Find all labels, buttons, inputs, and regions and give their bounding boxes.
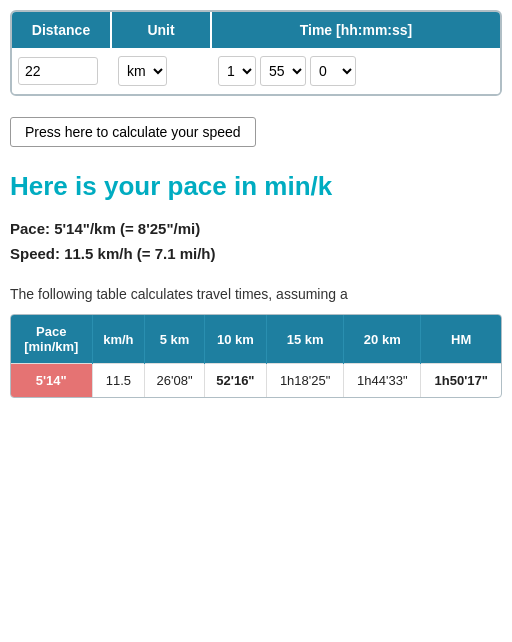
distance-header: Distance	[12, 12, 112, 48]
col-20km: 20 km	[344, 315, 421, 364]
cell-kmh: 11.5	[92, 364, 145, 398]
col-15km: 15 km	[267, 315, 344, 364]
minutes-select[interactable]: 0 5 10 15 20 25 30 35 40 45 50 55	[260, 56, 306, 86]
time-inputs-wrap: 0 1 2 3 0 5 10 15 20 25 30 35 40 45 50 5…	[218, 56, 494, 86]
col-5km: 5 km	[145, 315, 205, 364]
col-kmh: km/h	[92, 315, 145, 364]
pace-result: Pace: 5'14"/km (= 8'25"/mi)	[10, 220, 502, 237]
cell-5km: 26'08"	[145, 364, 205, 398]
unit-select-wrap: km mi	[118, 56, 218, 86]
results-table: Pace[min/km] km/h 5 km 10 km 15 km 20 km…	[11, 315, 501, 397]
unit-header: Unit	[112, 12, 212, 48]
distance-input-wrap	[18, 57, 118, 85]
hours-select[interactable]: 0 1 2 3	[218, 56, 256, 86]
cell-hm: 1h50'17"	[421, 364, 501, 398]
calculate-button[interactable]: Press here to calculate your speed	[10, 117, 256, 147]
col-10km: 10 km	[204, 315, 266, 364]
table-header-row: Pace[min/km] km/h 5 km 10 km 15 km 20 km…	[11, 315, 501, 364]
unit-select[interactable]: km mi	[118, 56, 167, 86]
result-heading: Here is your pace in min/k	[0, 161, 512, 208]
input-row: km mi 0 1 2 3 0 5 10 15 20 25 30 35 40 4…	[12, 48, 500, 94]
col-hm: HM	[421, 315, 501, 364]
cell-10km: 52'16"	[204, 364, 266, 398]
result-details: Pace: 5'14"/km (= 8'25"/mi) Speed: 11.5 …	[0, 208, 512, 276]
results-table-wrap: Pace[min/km] km/h 5 km 10 km 15 km 20 km…	[10, 314, 502, 398]
cell-15km: 1h18'25"	[267, 364, 344, 398]
input-header: Distance Unit Time [hh:mm:ss]	[12, 12, 500, 48]
cell-pace: 5'14"	[11, 364, 92, 398]
table-description: The following table calculates travel ti…	[0, 276, 512, 310]
table-row: 5'14" 11.5 26'08" 52'16" 1h18'25" 1h44'3…	[11, 364, 501, 398]
speed-result: Speed: 11.5 km/h (= 7.1 mi/h)	[10, 245, 502, 262]
distance-input[interactable]	[18, 57, 98, 85]
cell-20km: 1h44'33"	[344, 364, 421, 398]
input-section: Distance Unit Time [hh:mm:ss] km mi 0 1 …	[10, 10, 502, 96]
seconds-select[interactable]: 0 5 10 15 20 25 30 35 40 45 50 55	[310, 56, 356, 86]
time-header: Time [hh:mm:ss]	[212, 12, 500, 48]
col-pace: Pace[min/km]	[11, 315, 92, 364]
